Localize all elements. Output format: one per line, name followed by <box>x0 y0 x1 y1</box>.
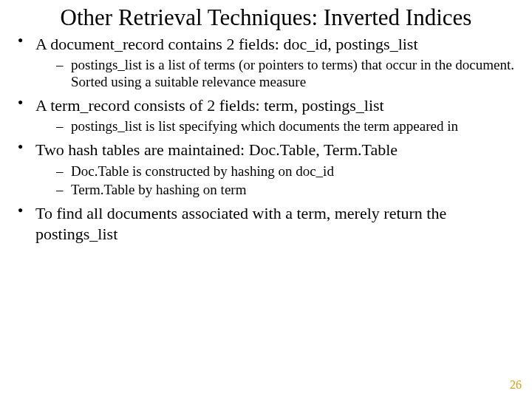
page-number: 26 <box>510 378 522 392</box>
slide: Other Retrieval Techniques: Inverted Ind… <box>0 0 532 399</box>
bullet-item: To find all documents associated with a … <box>13 203 519 244</box>
slide-title: Other Retrieval Techniques: Inverted Ind… <box>0 0 532 31</box>
bullet-text: A term_record consists of 2 fields: term… <box>35 96 384 115</box>
sub-list: postings_list is a list of terms (or poi… <box>35 57 519 91</box>
bullet-text: To find all documents associated with a … <box>35 204 446 243</box>
sub-list: Doc.Table is constructed by hashing on d… <box>35 163 519 200</box>
bullet-item: Two hash tables are maintained: Doc.Tabl… <box>13 140 519 199</box>
slide-body: A document_record contains 2 fields: doc… <box>0 34 532 244</box>
sub-list: postings_list is list specifying which d… <box>35 118 519 135</box>
bullet-item: A document_record contains 2 fields: doc… <box>13 34 519 91</box>
sub-item: postings_list is a list of terms (or poi… <box>55 57 519 91</box>
bullet-text: Two hash tables are maintained: Doc.Tabl… <box>35 140 398 159</box>
bullet-item: A term_record consists of 2 fields: term… <box>13 95 519 135</box>
bullet-text: A document_record contains 2 fields: doc… <box>35 35 418 53</box>
sub-item: Doc.Table is constructed by hashing on d… <box>55 163 519 180</box>
sub-item: Term.Table by hashing on term <box>55 182 519 199</box>
sub-item: postings_list is list specifying which d… <box>55 118 519 135</box>
bullet-list: A document_record contains 2 fields: doc… <box>13 34 519 244</box>
